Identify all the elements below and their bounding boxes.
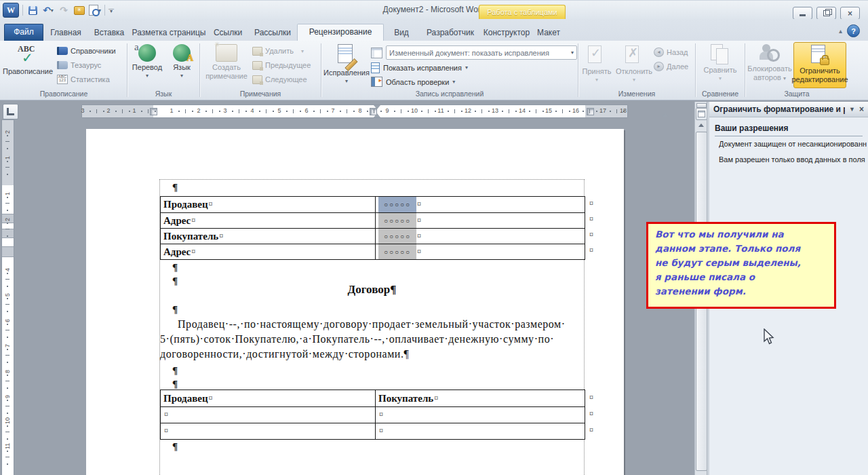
- ruler-number: 4: [250, 107, 254, 114]
- empty-cell[interactable]: ¤: [161, 407, 376, 423]
- collapse-ribbon-button[interactable]: ▴: [839, 27, 842, 35]
- pane-close-button[interactable]: ×: [859, 104, 864, 114]
- minimize-button[interactable]: [793, 7, 812, 20]
- word-logo-icon[interactable]: W: [3, 3, 19, 18]
- ruler-tick: [7, 135, 8, 136]
- spelling-grammar-button[interactable]: ABC✓ Правописание: [1, 42, 54, 88]
- tab-home[interactable]: Главная: [45, 25, 87, 41]
- reference-books-button[interactable]: Справочники: [57, 45, 116, 57]
- tab-table-layout[interactable]: Макет: [532, 25, 566, 41]
- undo-button[interactable]: ↶▾: [42, 4, 54, 16]
- cell-end-mark: ¤: [219, 231, 223, 242]
- group-label: Изменения: [579, 90, 694, 98]
- empty-cell[interactable]: ¤: [376, 407, 585, 423]
- save-icon: [28, 6, 37, 15]
- form-field-cell[interactable]: ○○○○○¤: [376, 229, 585, 244]
- form-field[interactable]: ○○○○○: [378, 213, 416, 228]
- folder-icon: ✳: [74, 6, 85, 15]
- callout-line: я раньше писала о: [655, 270, 827, 284]
- ruler-tick: [448, 111, 449, 112]
- tab-stop-selector[interactable]: [3, 104, 18, 119]
- ruler-number: 11: [4, 442, 11, 449]
- delete-comment-button[interactable]: Удалить ▾: [252, 45, 311, 57]
- word-count-button[interactable]: ABC123Статистика: [57, 73, 116, 86]
- save-button[interactable]: [26, 4, 39, 16]
- language-globe-icon: A: [173, 44, 191, 62]
- group-label: Правописание: [1, 90, 126, 98]
- right-indent-marker[interactable]: [662, 113, 669, 117]
- reviewing-pane-button[interactable]: Область проверки▾: [371, 75, 577, 88]
- thesaurus-icon: [57, 61, 68, 69]
- table-row: Продавец¤○○○○○¤: [161, 197, 585, 212]
- pane-title: Ограничить форматирование и ре: [713, 104, 845, 114]
- translate-button[interactable]: а Перевод ▾: [130, 42, 164, 88]
- split-handle[interactable]: [696, 103, 707, 108]
- tab-page-layout[interactable]: Разметка страницы: [132, 25, 206, 41]
- word-count-icon: ABC123: [57, 75, 68, 84]
- vertical-ruler[interactable]: 21124567891011: [1, 119, 14, 475]
- thesaurus-button[interactable]: Тезаурус: [57, 59, 116, 71]
- tab-view[interactable]: Вид: [385, 25, 418, 41]
- pane-menu-button[interactable]: ▼: [849, 106, 855, 113]
- form-field-cell[interactable]: ○○○○○¤: [376, 213, 585, 228]
- show-markup-button[interactable]: Показать исправления▾: [371, 61, 577, 74]
- language-button[interactable]: A Язык ▾: [167, 42, 197, 88]
- paragraph-line: Продавец·--,·по·настоящему·договору·прод…: [178, 318, 566, 330]
- scroll-up-button[interactable]: [696, 120, 706, 130]
- close-button[interactable]: ×: [840, 7, 860, 20]
- open-button[interactable]: ✳: [73, 4, 85, 16]
- next-change-button[interactable]: ▸Далее: [654, 60, 688, 73]
- label-cell[interactable]: Продавец¤: [161, 197, 376, 212]
- tab-review[interactable]: Рецензирование: [297, 24, 384, 41]
- label-cell[interactable]: Адрес¤: [161, 244, 376, 259]
- ruler-tick: [212, 109, 213, 113]
- empty-cell[interactable]: ¤: [376, 423, 585, 439]
- ruler-tick: [7, 463, 8, 465]
- tab-developer[interactable]: Разработчик: [419, 25, 481, 41]
- row-end-mark: ¤: [589, 246, 593, 256]
- compare-button[interactable]: Сравнить ▾: [698, 42, 742, 88]
- empty-cell[interactable]: ¤: [161, 423, 376, 439]
- callout-line: Вот что мы получили на: [655, 227, 827, 242]
- accept-button[interactable]: ✓ Принять ▾: [579, 42, 614, 88]
- row-end-mark: ¤: [589, 230, 593, 240]
- customize-qat-button[interactable]: —▾: [108, 7, 114, 13]
- header-cell[interactable]: Покупатель¤: [376, 390, 585, 406]
- document-page[interactable]: ¶ Продавец¤○○○○○¤Адрес¤○○○○○¤Покупатель¤…: [86, 129, 624, 475]
- ruler-tick: [300, 111, 301, 112]
- ruler-tick: [178, 111, 180, 112]
- restore-button[interactable]: [816, 7, 836, 20]
- tab-table-design[interactable]: Конструктор: [483, 25, 530, 41]
- track-changes-button[interactable]: Исправления ▾: [322, 42, 371, 88]
- previous-comment-button[interactable]: Предыдущее: [252, 59, 311, 71]
- view-ruler-toggle[interactable]: [696, 108, 707, 120]
- reject-button[interactable]: ✗ Отклонить ▾: [614, 42, 654, 88]
- label-cell[interactable]: Покупатель¤: [161, 229, 376, 244]
- horizontal-ruler[interactable]: 321123456789101112131415161718: [81, 104, 628, 118]
- ruler-tick: [7, 235, 8, 237]
- form-field[interactable]: ○○○○○: [378, 229, 416, 244]
- tab-references[interactable]: Ссылки: [208, 25, 248, 41]
- form-field-cell[interactable]: ○○○○○¤: [376, 244, 585, 259]
- print-preview-button[interactable]: ▾: [89, 4, 101, 16]
- tab-file[interactable]: Файл: [4, 24, 43, 41]
- block-authors-button[interactable]: Блокироватьавторов ▾: [747, 42, 792, 88]
- ruler-tick: [7, 413, 8, 414]
- display-for-review-combo[interactable]: Измененный документ: показать исправлени…: [386, 45, 577, 60]
- previous-change-button[interactable]: ◂Назад: [654, 46, 688, 58]
- form-field-cell[interactable]: ○○○○○¤: [376, 197, 585, 212]
- next-comment-button[interactable]: Следующее: [252, 73, 311, 86]
- form-field[interactable]: ○○○○○: [378, 197, 416, 212]
- header-cell[interactable]: Продавец¤: [161, 390, 376, 406]
- restrict-editing-button[interactable]: Ограничитьредактирование: [793, 42, 846, 88]
- tab-mailings[interactable]: Рассылки: [250, 25, 296, 41]
- ruler-tick: [7, 324, 8, 325]
- form-field[interactable]: ○○○○○: [378, 244, 416, 259]
- ruler-tick: [454, 109, 455, 113]
- indent-markers[interactable]: [374, 105, 380, 117]
- label-cell[interactable]: Адрес¤: [161, 213, 376, 228]
- help-button[interactable]: ?: [847, 24, 860, 37]
- redo-button[interactable]: ↷: [58, 4, 70, 16]
- new-comment-button[interactable]: Создатьпримечание: [201, 42, 252, 88]
- tab-insert[interactable]: Вставка: [88, 25, 130, 41]
